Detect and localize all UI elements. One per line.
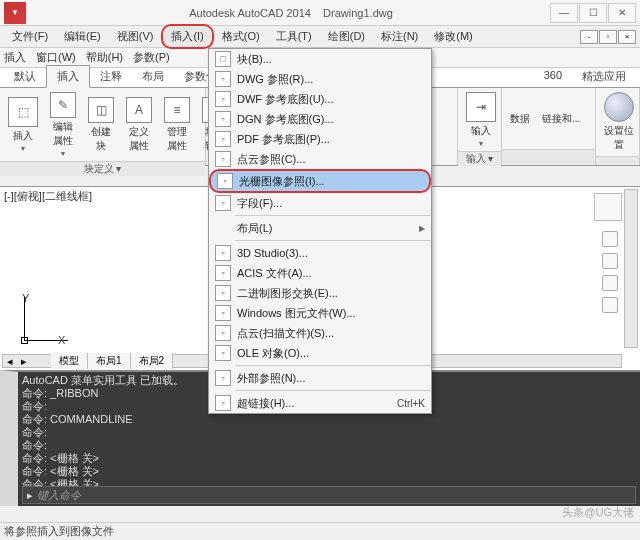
menu-item-label: 光栅图像参照(I)... [239,174,423,189]
rbtn-link[interactable]: 链接和... [538,110,584,128]
command-history-line: 命令: [22,426,636,439]
menu-tools[interactable]: 工具(T) [268,26,320,47]
nav-bar [602,231,618,313]
insert-menu-dropdown: □块(B)...▫DWG 参照(R)...▫DWF 参考底图(U)...▫DGN… [208,48,432,414]
nav-orbit-icon[interactable] [602,297,618,313]
rbtn-create-block[interactable]: ◫创建块 [84,95,118,155]
layout-tab-1[interactable]: 布局1 [88,353,131,369]
chevron-down-icon: ▼ [60,150,67,157]
menu-item-label: OLE 对象(O)... [237,346,425,361]
rbtn-insert[interactable]: ⬚插入▼ [4,95,42,154]
mdi-restore-button[interactable]: ▫ [599,30,617,44]
ribbon-panel-title [502,149,595,165]
minimize-button[interactable]: — [550,3,578,23]
menu-edit[interactable]: 编辑(E) [56,26,109,47]
ribbon-panel-location: 设置位置 [596,88,640,165]
menu-item[interactable]: □块(B)... [209,49,431,69]
model-tab[interactable]: 模型 [51,353,88,369]
menu-item[interactable]: ▫点云参照(C)... [209,149,431,169]
command-history-line: 命令: <栅格 关> [22,452,636,465]
statusbar: 将参照插入到图像文件 [0,522,640,540]
tb2-window[interactable]: 窗口(W) [36,50,76,65]
menu-item-label: PDF 参考底图(P)... [237,132,425,147]
menu-insert[interactable]: 插入(I) [161,24,213,49]
menu-item[interactable]: ▫PDF 参考底图(P)... [209,129,431,149]
tb2-help[interactable]: 帮助(H) [86,50,123,65]
menu-item-icon: ▫ [215,71,231,87]
menu-item[interactable]: ▫外部参照(N)... [209,368,431,388]
menu-item-icon: ▫ [215,245,231,261]
manage-attr-icon: ≡ [164,97,190,123]
menu-item[interactable]: ▫超链接(H)...Ctrl+K [209,393,431,413]
ribbon-tab-insert[interactable]: 插入 [46,65,90,88]
menu-item-icon: ▫ [215,111,231,127]
chevron-down-icon: ▼ [20,145,27,152]
menu-file[interactable]: 文件(F) [4,26,56,47]
close-button[interactable]: ✕ [608,3,636,23]
menu-item[interactable]: ▫二进制图形交换(E)... [209,283,431,303]
menu-item-label: 外部参照(N)... [237,371,425,386]
menu-dimension[interactable]: 标注(N) [373,26,426,47]
viewcube[interactable] [594,193,622,221]
menu-item-label: ACIS 文件(A)... [237,266,425,281]
nav-pan-icon[interactable] [602,253,618,269]
menu-item-label: Windows 图元文件(W)... [237,306,425,321]
ribbon-panel-title[interactable]: 输入 ▾ [458,151,501,166]
menu-item[interactable]: ▫DWF 参考底图(U)... [209,89,431,109]
nav-wheel-icon[interactable] [602,231,618,247]
rbtn-def-attr[interactable]: A定义属性 [122,95,156,155]
ribbon-panel-title [596,156,639,165]
rbtn-manage-attr[interactable]: ≡管理属性 [160,95,194,155]
rbtn-data[interactable]: 数据 [506,110,534,128]
ribbon-panel-title[interactable]: 块定义 ▾ [0,161,205,176]
menu-item-icon: ▫ [215,195,231,211]
mdi-minimize-button[interactable]: - [580,30,598,44]
menu-modify[interactable]: 修改(M) [426,26,481,47]
command-input[interactable]: ▸ 键入命令 [22,486,636,504]
command-history-line: 命令: [22,439,636,452]
mdi-close-button[interactable]: × [618,30,636,44]
command-prompt-icon: ▸ [27,489,33,502]
vertical-scrollbar[interactable] [624,189,638,348]
ribbon-tab-featured[interactable]: 精选应用 [572,66,636,87]
ribbon-tab-layout[interactable]: 布局 [132,66,174,87]
menu-item-icon: ▫ [215,325,231,341]
ribbon-panel-block: ⬚插入▼ ✎编辑属性▼ ◫创建块 A定义属性 ≡管理属性 ▦块编辑器 块定义 ▾ [0,88,206,165]
menu-item-icon: ▫ [215,131,231,147]
tb2-param[interactable]: 参数(P) [133,50,170,65]
layout-tab-2[interactable]: 布局2 [131,353,174,369]
menu-item-icon: ▫ [215,91,231,107]
menu-item[interactable]: ▫OLE 对象(O)... [209,343,431,363]
menu-item-label: DGN 参考底图(G)... [237,112,425,127]
insert-block-icon: ⬚ [8,97,38,127]
rbtn-location[interactable]: 设置位置 [600,90,638,154]
ribbon-tab-annotate[interactable]: 注释 [90,66,132,87]
menu-draw[interactable]: 绘图(D) [320,26,373,47]
rbtn-import[interactable]: ⇥输入▼ [462,90,500,149]
command-history-line: 命令: <栅格 关> [22,465,636,478]
menu-format[interactable]: 格式(O) [214,26,268,47]
ribbon-tab-360[interactable]: 360 [534,66,572,87]
menu-item-icon: ▫ [215,370,231,386]
menu-item[interactable]: ▫ACIS 文件(A)... [209,263,431,283]
menu-item-label: 超链接(H)... [237,396,391,411]
menu-item[interactable]: 布局(L)▶ [209,218,431,238]
menu-item[interactable]: ▫Windows 图元文件(W)... [209,303,431,323]
nav-zoom-icon[interactable] [602,275,618,291]
menu-item-icon: ▫ [215,345,231,361]
menu-item[interactable]: ▫DWG 参照(R)... [209,69,431,89]
menu-item[interactable]: ▫光栅图像参照(I)... [209,169,431,193]
app-logo[interactable]: ▼ [4,2,26,24]
tb2-insert[interactable]: 插入 [4,50,26,65]
viewport-label[interactable]: [-][俯视][二维线框] [4,189,92,204]
menu-item[interactable]: ▫DGN 参考底图(G)... [209,109,431,129]
menu-item-label: 点云(扫描文件)(S)... [237,326,425,341]
ribbon-tab-default[interactable]: 默认 [4,66,46,87]
maximize-button[interactable]: ☐ [579,3,607,23]
menu-item[interactable]: ▫点云(扫描文件)(S)... [209,323,431,343]
menu-item[interactable]: ▫字段(F)... [209,193,431,213]
menu-item[interactable]: ▫3D Studio(3)... [209,243,431,263]
watermark: 头条@UG大佬 [562,505,634,520]
rbtn-edit-attr[interactable]: ✎编辑属性▼ [46,90,80,159]
menu-view[interactable]: 视图(V) [109,26,162,47]
